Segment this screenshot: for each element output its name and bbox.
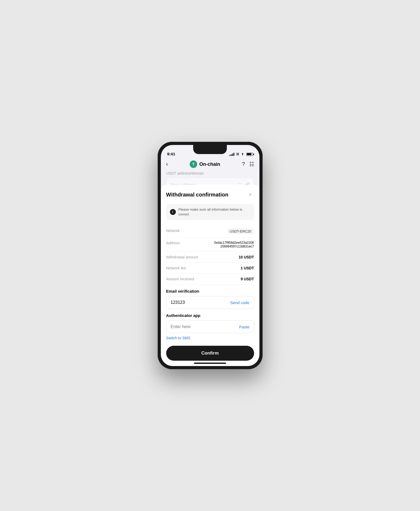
bottom-sheet: Withdrawal confirmation × i Please make … (161, 185, 259, 366)
network-row: Network USDT-ERC20 (166, 225, 254, 238)
phone-screen: 9:41 ⌘ (161, 145, 259, 366)
email-verification-label: Email verification (166, 289, 254, 293)
network-row-label: Network (166, 229, 180, 233)
amount-received-value: 9 USDT (241, 277, 254, 281)
address-label: USDT address/domain (166, 171, 254, 175)
confirm-button[interactable]: Confirm (166, 346, 254, 361)
history-icon[interactable]: ☷ (249, 161, 254, 167)
home-indicator (194, 363, 226, 364)
info-banner-text: Please make sure all information below i… (178, 207, 250, 217)
authenticator-input[interactable] (171, 324, 239, 329)
network-fee-value: 1 USDT (241, 266, 254, 270)
tether-logo: T (190, 160, 197, 168)
status-time: 9:41 (167, 152, 175, 156)
close-button[interactable]: × (247, 191, 254, 199)
battery-icon (246, 153, 253, 156)
back-button[interactable]: ‹ (166, 161, 168, 168)
withdrawal-amount-row: Withdrawal amount 10 USDT (166, 252, 254, 263)
status-icons: ⌘ (230, 152, 253, 156)
address-row: Address 0xdac17f958d2ee523a2206206994597… (166, 238, 254, 252)
authenticator-section: Authenticator app Paste Switch to SMS (166, 313, 254, 340)
sheet-header: Withdrawal confirmation × (166, 191, 254, 199)
header-center: T On-chain (190, 160, 220, 168)
network-fee-row: Network fee 1 USDT (166, 263, 254, 274)
modal-overlay: Withdrawal confirmation × i Please make … (161, 204, 259, 366)
withdrawal-amount-value: 10 USDT (239, 255, 254, 259)
header-title: On-chain (199, 162, 220, 167)
withdrawal-amount-label: Withdrawal amount (166, 255, 198, 259)
email-verification-input-wrapper: Send code (166, 296, 254, 309)
info-icon: i (170, 209, 176, 215)
authenticator-label: Authenticator app (166, 313, 254, 318)
amount-received-row: Amount received 9 USDT (166, 274, 254, 285)
send-code-button[interactable]: Send code (230, 300, 250, 305)
svg-point-0 (242, 155, 243, 155)
signal-icon (230, 153, 234, 156)
help-icon[interactable]: ? (242, 161, 245, 167)
notch (193, 145, 227, 154)
wifi-icon: ⌘ (236, 152, 245, 156)
network-fee-label: Network fee (166, 266, 186, 270)
email-verification-input[interactable] (171, 300, 230, 305)
switch-to-sms-button[interactable]: Switch to SMS (166, 336, 190, 340)
authenticator-input-wrapper: Paste (166, 320, 254, 333)
amount-received-label: Amount received (166, 277, 194, 281)
paste-button[interactable]: Paste (239, 325, 249, 329)
info-banner: i Please make sure all information below… (166, 204, 254, 220)
address-row-label: Address (166, 241, 180, 245)
address-row-value: 0xdac17f958d2ee523a2206206994597c13d831e… (214, 241, 254, 248)
modal-title: Withdrawal confirmation (166, 192, 228, 198)
network-row-value: USDT-ERC20 (227, 229, 254, 234)
app-header: ‹ T On-chain ? ☷ (161, 158, 259, 171)
email-verification-section: Email verification Send code (166, 289, 254, 309)
header-actions: ? ☷ (242, 161, 254, 167)
phone-frame: 9:41 ⌘ (158, 142, 263, 369)
